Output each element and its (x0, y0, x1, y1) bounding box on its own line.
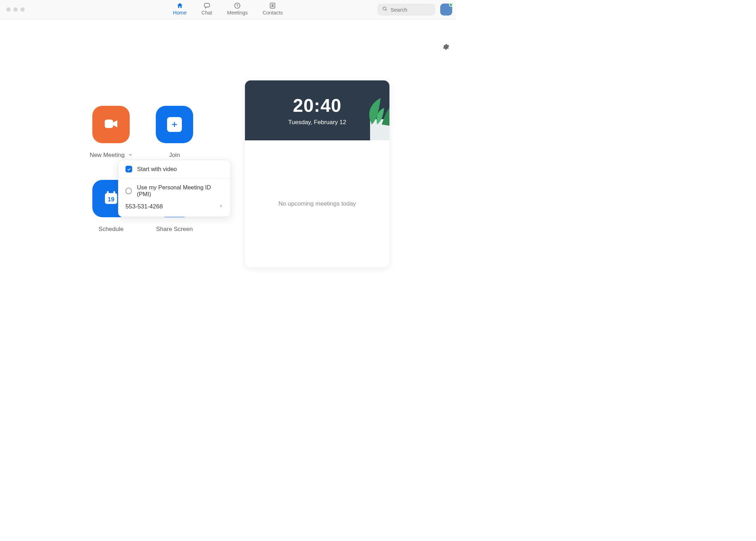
svg-rect-8 (113, 191, 115, 195)
presence-indicator (449, 3, 453, 7)
search-box[interactable] (377, 4, 435, 16)
search-input[interactable] (391, 7, 430, 13)
chevron-right-icon (219, 203, 223, 210)
tab-meetings[interactable]: Meetings (227, 2, 248, 16)
new-meeting-dropdown: Start with video Use my Personal Meeting… (118, 160, 231, 217)
contacts-icon (269, 2, 277, 9)
tile-label-text: Schedule (99, 226, 124, 233)
clock-time: 20:40 (293, 95, 342, 116)
new-meeting-label-row[interactable]: New Meeting (90, 152, 132, 159)
tile-label-text: Join (169, 152, 180, 159)
join-button[interactable] (156, 106, 193, 143)
close-window-button[interactable] (6, 7, 11, 12)
plus-icon (167, 117, 182, 132)
tile-new-meeting: New Meeting (79, 106, 143, 159)
tab-label: Home (173, 10, 187, 16)
calendar-body: No upcoming meetings today (245, 140, 389, 267)
tile-label-text: Share Screen (156, 226, 193, 233)
svg-rect-7 (107, 191, 109, 195)
calendar-card: 20:40 Tuesday, February 12 No upcoming m… (245, 80, 389, 267)
pmi-number-row[interactable]: 553-531-4268 (118, 203, 231, 217)
minimize-window-button[interactable] (13, 7, 18, 12)
nav-tabs: Home Chat Meetings Contacts (173, 0, 283, 19)
svg-point-3 (272, 4, 273, 6)
chat-icon (203, 2, 211, 9)
maximize-window-button[interactable] (20, 7, 25, 12)
chevron-down-icon (128, 152, 133, 159)
tab-label: Contacts (263, 10, 283, 16)
window-controls (0, 7, 25, 12)
checkbox-checked-icon (125, 166, 132, 172)
clock-icon (234, 2, 241, 9)
settings-button[interactable] (442, 43, 449, 52)
calendar-day-number: 19 (103, 196, 119, 203)
tab-contacts[interactable]: Contacts (263, 2, 283, 16)
svg-rect-0 (204, 3, 209, 7)
option-start-with-video[interactable]: Start with video (118, 160, 231, 178)
tab-chat[interactable]: Chat (201, 2, 212, 16)
search-icon (382, 6, 388, 13)
calendar-header: 20:40 Tuesday, February 12 (245, 80, 389, 140)
svg-rect-5 (105, 120, 113, 128)
video-icon (103, 115, 119, 134)
option-use-pmi[interactable]: Use my Personal Meeting ID (PMI) (118, 178, 231, 203)
tab-label: Chat (201, 10, 212, 16)
calendar-icon: 19 (103, 190, 119, 207)
tab-label: Meetings (227, 10, 248, 16)
empty-state-text: No upcoming meetings today (278, 200, 356, 207)
titlebar: Home Chat Meetings Contacts (0, 0, 456, 19)
clock-date: Tuesday, February 12 (288, 119, 346, 126)
tile-join: Join (143, 106, 206, 159)
new-meeting-button[interactable] (92, 106, 130, 143)
plant-decoration (351, 91, 389, 140)
option-label: Start with video (137, 166, 177, 172)
home-icon (176, 2, 184, 9)
content-area: New Meeting Join (0, 19, 456, 326)
pmi-number: 553-531-4268 (125, 203, 163, 210)
option-label: Use my Personal Meeting ID (PMI) (137, 184, 223, 197)
titlebar-right (377, 4, 452, 16)
svg-point-4 (383, 7, 386, 10)
avatar[interactable] (440, 4, 452, 16)
tab-home[interactable]: Home (173, 2, 187, 16)
tile-label-text: New Meeting (90, 152, 124, 159)
checkbox-unchecked-icon (125, 188, 132, 194)
